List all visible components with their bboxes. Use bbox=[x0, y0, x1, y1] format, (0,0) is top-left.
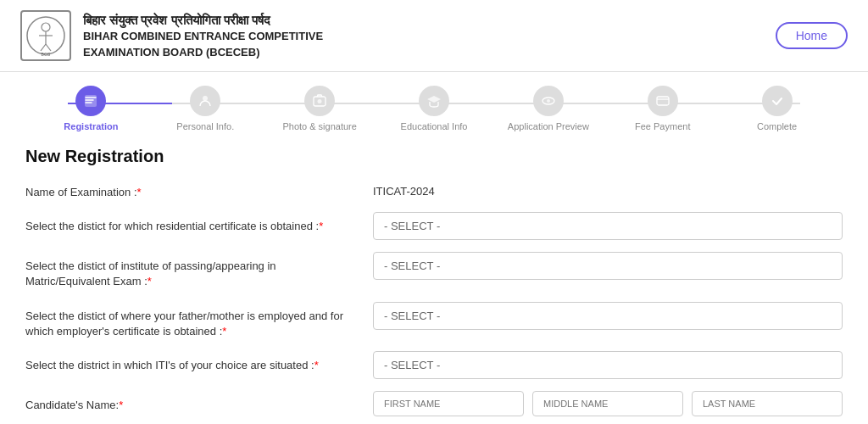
step-registration[interactable]: Registration bbox=[34, 86, 148, 131]
header-title-en-line2: EXAMINATION BOARD (BCECEB) bbox=[83, 45, 323, 60]
candidate-first-name[interactable] bbox=[373, 391, 524, 416]
step-circle-registration bbox=[75, 86, 106, 116]
candidate-name-group bbox=[373, 391, 843, 416]
step-label-registration: Registration bbox=[64, 121, 118, 131]
employer-select[interactable]: - SELECT - bbox=[373, 302, 843, 330]
label-employer: Select the distict of where your father/… bbox=[25, 302, 356, 339]
svg-text:BCG: BCG bbox=[42, 52, 51, 56]
step-label-educational: Educational Info bbox=[401, 121, 468, 131]
stepper: Registration Personal Info. Photo & sign… bbox=[0, 72, 868, 138]
step-label-fee: Fee Payment bbox=[635, 121, 690, 131]
required-star: * bbox=[319, 220, 323, 232]
svg-point-10 bbox=[318, 99, 322, 103]
step-personal[interactable]: Personal Info. bbox=[148, 86, 263, 131]
required-star: * bbox=[314, 359, 319, 371]
candidate-last-name[interactable] bbox=[692, 391, 843, 416]
header-left: BCG बिहार संयुक्त प्रवेश प्रतियोगिता परी… bbox=[20, 10, 323, 61]
header-title-hindi: बिहार संयुक्त प्रवेश प्रतियोगिता परीक्षा… bbox=[83, 11, 323, 29]
step-circle-preview bbox=[533, 86, 564, 116]
step-circle-photo bbox=[304, 86, 335, 116]
label-passing: Select the distict of institute of passi… bbox=[25, 252, 356, 289]
header-titles: बिहार संयुक्त प्रवेश प्रतियोगिता परीक्षा… bbox=[83, 11, 323, 59]
logo: BCG bbox=[20, 10, 71, 61]
residential-control: - SELECT - bbox=[373, 212, 843, 240]
svg-point-1 bbox=[42, 23, 50, 31]
required-star: * bbox=[137, 186, 142, 198]
header: BCG बिहार संयुक्त प्रवेश प्रतियोगिता परी… bbox=[0, 0, 868, 72]
exam-name-static: ITICAT-2024 bbox=[373, 178, 843, 198]
required-star: * bbox=[119, 399, 123, 411]
form-row-exam-name: Name of Examination :* ITICAT-2024 bbox=[25, 178, 843, 200]
form-row-candidate-name: Candidate's Name:* bbox=[25, 391, 843, 416]
candidate-middle-name[interactable] bbox=[532, 391, 683, 416]
svg-rect-7 bbox=[85, 95, 97, 107]
required-star: * bbox=[147, 275, 152, 287]
label-residential: Select the distict for which residential… bbox=[25, 212, 356, 234]
step-complete[interactable]: Complete bbox=[720, 86, 834, 131]
step-circle-complete bbox=[762, 86, 793, 116]
iti-control: - SELECT - bbox=[373, 351, 843, 379]
exam-name-value: ITICAT-2024 bbox=[373, 178, 843, 198]
home-button[interactable]: Home bbox=[776, 22, 848, 49]
step-photo[interactable]: Photo & signature bbox=[263, 86, 377, 131]
step-circle-fee bbox=[648, 86, 678, 116]
required-star: * bbox=[222, 325, 226, 338]
step-label-photo: Photo & signature bbox=[282, 121, 356, 131]
passing-control: - SELECT - bbox=[373, 252, 843, 280]
label-candidate-name: Candidate's Name:* bbox=[25, 391, 356, 413]
form-row-passing: Select the distict of institute of passi… bbox=[25, 252, 843, 289]
step-educational[interactable]: Educational Info bbox=[377, 86, 492, 131]
step-label-complete: Complete bbox=[757, 121, 797, 131]
passing-select[interactable]: - SELECT - bbox=[373, 252, 843, 280]
employer-control: - SELECT - bbox=[373, 302, 843, 330]
label-exam-name: Name of Examination :* bbox=[25, 178, 356, 200]
iti-select[interactable]: - SELECT - bbox=[373, 351, 843, 379]
registration-form: Name of Examination :* ITICAT-2024 Selec… bbox=[0, 178, 868, 424]
step-label-personal: Personal Info. bbox=[176, 121, 234, 131]
svg-line-5 bbox=[46, 44, 51, 51]
residential-select[interactable]: - SELECT - bbox=[373, 212, 843, 240]
page-title: New Registration bbox=[0, 138, 868, 178]
svg-line-4 bbox=[41, 44, 46, 51]
form-row-residential: Select the distict for which residential… bbox=[25, 212, 843, 240]
step-circle-personal bbox=[190, 86, 220, 116]
form-row-employer: Select the distict of where your father/… bbox=[25, 302, 843, 339]
header-title-en-line1: BIHAR COMBINED ENTRANCE COMPETITIVE bbox=[83, 29, 323, 44]
step-circle-educational bbox=[419, 86, 449, 116]
step-preview[interactable]: Application Preview bbox=[491, 86, 605, 131]
svg-rect-13 bbox=[657, 97, 669, 105]
form-row-iti: Select the district in which ITI's of yo… bbox=[25, 351, 843, 379]
step-label-preview: Application Preview bbox=[508, 121, 589, 131]
step-fee[interactable]: Fee Payment bbox=[605, 86, 720, 131]
svg-point-12 bbox=[547, 99, 550, 103]
svg-point-8 bbox=[203, 96, 208, 101]
label-iti: Select the district in which ITI's of yo… bbox=[25, 351, 356, 373]
